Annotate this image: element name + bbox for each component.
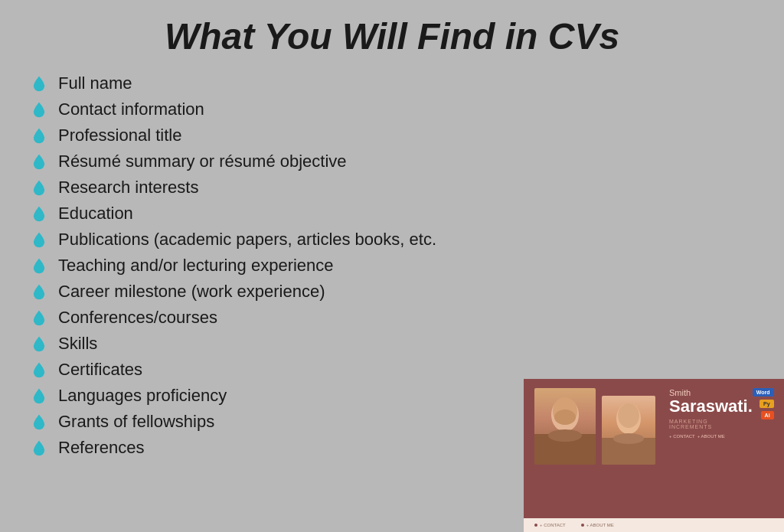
list-item-text: Conferences/courses [58,308,217,328]
cv-text-area: Smith Saraswati. MARKETING INCREMENTS + … [662,388,753,465]
cv-nav: + CONTACT + ABOUT ME [669,434,753,439]
list-item-full-name: Full name [31,71,753,96]
water-drop-icon [31,283,47,300]
water-drop-icon [31,309,47,326]
cv-badges: Word Py Ai [753,388,774,419]
list-item-text: Publications (academic papers, articles … [58,230,436,250]
water-drop-icon [31,205,47,222]
list-item-publications: Publications (academic papers, articles … [31,227,753,252]
list-item-education: Education [31,201,753,226]
water-drop-icon [31,413,47,430]
badge-ai: Ai [761,411,774,419]
cv-preview: Smith Saraswati. MARKETING INCREMENTS + … [524,379,784,532]
list-item-text: Career milestone (work experience) [58,282,325,302]
water-drop-icon [31,231,47,248]
cv-photo-1 [534,388,596,465]
water-drop-icon [31,179,47,196]
list-item-text: Skills [58,334,97,354]
water-drop-icon [31,335,47,352]
svg-point-8 [613,433,644,444]
cv-bottom-bar: + CONTACT + ABOUT ME [524,518,784,532]
list-item-text: Contact information [58,100,204,119]
svg-point-6 [618,403,639,428]
cv-about-label: + ABOUT ME [697,434,725,439]
list-item-text: Professional title [58,126,181,145]
water-drop-icon [31,439,47,456]
cv-bottom-contact: + CONTACT [534,523,566,527]
cv-name: Saraswati. [669,397,753,416]
badge-py: Py [760,400,774,408]
water-drop-icon [31,101,47,118]
water-drop-icon [31,75,47,92]
water-drop-icon [31,361,47,378]
list-item-text: Research interests [58,178,198,197]
list-item-research-interests: Research interests [31,175,753,200]
list-item-text: Résumé summary or résumé objective [58,152,347,171]
cv-contact-label: + CONTACT [669,434,695,439]
list-item-text: Languages proficiency [58,386,227,406]
water-drop-icon [31,127,47,144]
list-item-text: References [58,438,145,458]
list-item-resume-summary: Résumé summary or résumé objective [31,149,753,174]
list-item-text: Education [58,204,133,224]
page-title: What You Will Find in CVs [31,15,753,57]
list-item-career-milestone: Career milestone (work experience) [31,279,753,304]
cv-subtitle: MARKETING INCREMENTS [669,419,753,429]
list-item-teaching-experience: Teaching and/or lecturing experience [31,253,753,278]
list-item-contact-information: Contact information [31,97,753,122]
svg-point-2 [554,410,576,425]
list-item-skills: Skills [31,331,753,356]
cv-bottom-about: + ABOUT ME [581,523,614,527]
cv-photo-2 [602,396,655,465]
page-container: What You Will Find in CVs Full name Cont… [0,0,784,532]
svg-point-4 [548,429,582,442]
list-item-professional-title: Professional title [31,123,753,148]
list-item-conferences: Conferences/courses [31,305,753,330]
list-item-text: Grants of fellowships [58,412,214,432]
water-drop-icon [31,387,47,404]
water-drop-icon [31,257,47,274]
list-item-text: Full name [58,73,132,93]
list-item-text: Certificates [58,360,142,380]
list-item-text: Teaching and/or lecturing experience [58,256,334,276]
water-drop-icon [31,153,47,170]
badge-word: Word [753,388,774,397]
